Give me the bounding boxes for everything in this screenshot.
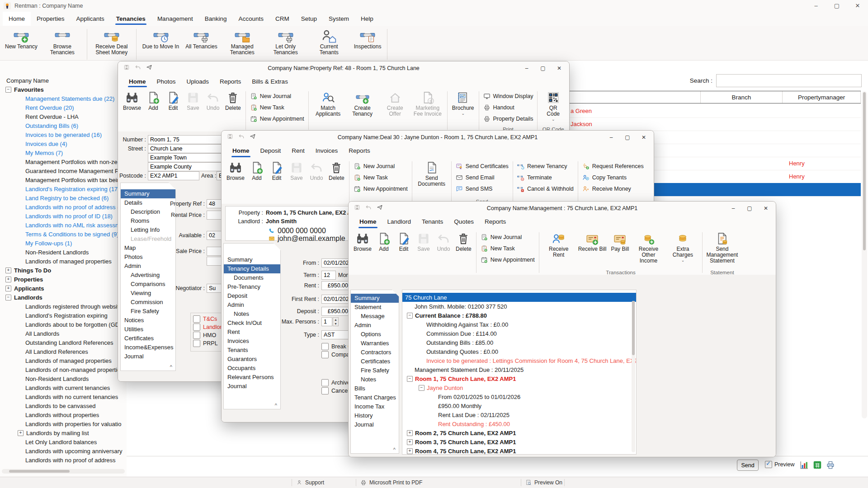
- collapse-icon[interactable]: −: [419, 385, 425, 391]
- receive-deal-sheet-money-button[interactable]: Receive Deal Sheet Money: [90, 27, 133, 56]
- all-tenancies-button[interactable]: All Tenancies: [182, 27, 221, 51]
- nav-item-rent[interactable]: Rent: [224, 328, 280, 337]
- nav-item-relevant-persons[interactable]: Relevant Persons: [224, 373, 280, 382]
- add-button[interactable]: Add: [247, 160, 267, 181]
- add-button[interactable]: Add: [374, 230, 394, 252]
- sidebar-item-terms-conditions-to-be-signed-9[interactable]: Terms & Conditions to be signed (9): [0, 230, 127, 239]
- persons-stepper[interactable]: ▲▼: [333, 317, 339, 326]
- checkbox-box[interactable]: [193, 315, 200, 323]
- tree-row-invoice-to-be-generated-lettings-commiss[interactable]: Invoice to be generated : Lettings Commi…: [402, 356, 636, 365]
- scroll-up-icon[interactable]: ^: [170, 364, 172, 370]
- sidebar-item-rent-overdue-lha[interactable]: Rent Overdue - LHA: [0, 112, 127, 121]
- sidebar-item-landlords-about-to-be-forgotten-gdf[interactable]: Landlords about to be forgotten (GDF: [0, 320, 127, 329]
- save-button[interactable]: Save: [183, 89, 203, 111]
- sidebar-item-landlords-with-current-tenancies[interactable]: Landlords with current tenancies: [0, 383, 127, 392]
- save-button[interactable]: Save: [414, 230, 434, 252]
- rent-input[interactable]: [321, 281, 350, 290]
- nav-item-deposit[interactable]: Deposit: [224, 291, 280, 300]
- chart-button[interactable]: [799, 460, 809, 472]
- sidebar-item-land-registry-to-be-checked-6[interactable]: Land Registry to be checked (6): [0, 193, 127, 202]
- tree-row-rent-outstanding-450-00[interactable]: Rent Outstanding : £450.00: [402, 419, 636, 428]
- brochure-button[interactable]: Brochure⌄: [450, 89, 476, 115]
- max-persons-input[interactable]: [321, 317, 332, 326]
- browse-button[interactable]: Browse: [224, 160, 247, 181]
- tree-row-75-church-lane[interactable]: 75 Church Lane: [402, 293, 636, 302]
- window-display-button[interactable]: Window Display: [481, 90, 535, 102]
- sidebar-item-things-to-do[interactable]: +Things To Do: [0, 266, 127, 275]
- tab-photos[interactable]: Photos: [152, 75, 180, 89]
- nav-item-tenancy-details[interactable]: Tenancy Details: [224, 264, 280, 273]
- preview-checkbox[interactable]: Preview: [765, 461, 794, 468]
- delete-button[interactable]: Delete: [223, 89, 243, 111]
- edit-button[interactable]: Edit: [267, 160, 287, 181]
- sidebar-item-invoices-to-be-generated-16[interactable]: Invoices to be generated (16): [0, 130, 127, 139]
- nav-item-income-expenses[interactable]: Income&Expenses: [121, 343, 175, 352]
- tab-reports[interactable]: Reports: [344, 144, 374, 159]
- create-tenancy-button[interactable]: Create Tenancy: [345, 89, 380, 117]
- tree-row-management-statement-due-20-11-2025[interactable]: Management Statement Due : 20/11/2025: [402, 365, 636, 374]
- new-task-button[interactable]: New Task: [248, 102, 306, 113]
- checkbox-box[interactable]: [321, 343, 329, 350]
- checkbox-hmo[interactable]: HMO: [193, 332, 216, 339]
- undo-button[interactable]: Undo: [203, 89, 223, 111]
- minimize-button[interactable]: –: [603, 134, 619, 141]
- tab-invoices[interactable]: Invoices: [311, 144, 343, 159]
- first-rent-input[interactable]: [321, 295, 350, 304]
- sidebar-item-landlords-with-no-aml-risk-assessme[interactable]: Landlords with no AML risk assessme: [0, 221, 127, 230]
- pay-bill-button[interactable]: Pay Bill: [609, 230, 631, 252]
- scrollbar-thumb[interactable]: [9, 470, 70, 473]
- nav-item-journal[interactable]: Journal: [121, 352, 175, 361]
- table-vertical-scrollbar[interactable]: [862, 91, 867, 418]
- scroll-up-icon[interactable]: ^: [275, 403, 277, 408]
- column-header-propertymanager[interactable]: Propertymanager: [783, 91, 861, 103]
- maximize-button[interactable]: ▢: [619, 134, 636, 141]
- tree-row-950-00-monthly[interactable]: £950.00 Monthly: [402, 401, 636, 410]
- menu-item-accounts[interactable]: Accounts: [232, 12, 269, 26]
- nav-item-message[interactable]: Message: [351, 312, 399, 321]
- nav-item-certificates[interactable]: Certificates: [121, 334, 175, 343]
- nav-item-bills[interactable]: Bills: [351, 384, 399, 393]
- tab-reports[interactable]: Reports: [215, 75, 245, 89]
- receive-rent-button[interactable]: Receive Rent: [542, 230, 576, 258]
- tab-uploads[interactable]: Uploads: [182, 75, 214, 89]
- send-quick-button[interactable]: [250, 133, 256, 141]
- request-references-button[interactable]: Request References: [580, 160, 646, 172]
- extra-charges-button[interactable]: Extra Charges⌄: [665, 230, 700, 262]
- sidebar-item-my-follow-ups-1[interactable]: My Follow-ups (1): [0, 239, 127, 248]
- menu-item-crm[interactable]: CRM: [269, 12, 295, 26]
- nav-item-notes[interactable]: Notes: [224, 310, 280, 319]
- sidebar-item-landlords-to-be-canvassed[interactable]: Landlords to be canvassed: [0, 401, 127, 410]
- copy-tenants-button[interactable]: Copy Tenants: [580, 172, 646, 183]
- sidebar-item-landlords-registered-through-website[interactable]: Landlords registered through website: [0, 302, 127, 311]
- send-quick-button[interactable]: [146, 64, 152, 72]
- property-details-button[interactable]: Property Details: [481, 113, 535, 124]
- sidebar-item-management-statements-due-22[interactable]: Management Statements due (22): [0, 94, 127, 103]
- match-applicants-button[interactable]: Match Applicants: [311, 89, 345, 117]
- send-documents-button[interactable]: Send Documents: [415, 160, 449, 187]
- send-email-button[interactable]: Send Email: [454, 172, 510, 183]
- nav-item-fire-safety[interactable]: Fire Safety: [351, 366, 399, 375]
- nav-item-invoices[interactable]: Invoices: [224, 337, 280, 346]
- let-only-tenancies-button[interactable]: Let Only Tenancies: [264, 27, 307, 56]
- maximize-button[interactable]: ▢: [535, 65, 551, 71]
- checkbox-box[interactable]: [193, 332, 200, 339]
- minimize-button[interactable]: –: [806, 0, 826, 12]
- menu-item-banking[interactable]: Banking: [199, 12, 233, 26]
- tab-rent[interactable]: Rent: [287, 144, 309, 159]
- collapse-icon[interactable]: −: [5, 87, 11, 93]
- sidebar-item-landlords-with-upcoming-anniversary[interactable]: Landlords with upcoming anniversary: [0, 446, 127, 455]
- nav-item-warranties[interactable]: Warranties: [351, 339, 399, 348]
- checkbox-box[interactable]: [321, 387, 329, 394]
- receive-other-income-button[interactable]: Receive Other Income: [631, 230, 665, 264]
- tree-row-commission-due-114-00[interactable]: Commission Due : £114.00: [402, 329, 636, 338]
- nav-item-history[interactable]: History: [351, 411, 399, 420]
- tab-quotes[interactable]: Quotes: [449, 215, 478, 230]
- minimize-button[interactable]: –: [519, 65, 535, 71]
- scrollbar-thumb[interactable]: [863, 92, 866, 250]
- menu-item-system[interactable]: System: [323, 12, 355, 26]
- nav-item-admin[interactable]: Admin: [351, 321, 399, 330]
- nav-item-certificates[interactable]: Certificates: [351, 357, 399, 366]
- sidebar-item-my-memos-7[interactable]: My Memos (7): [0, 148, 127, 157]
- maximize-button[interactable]: ▢: [741, 205, 758, 211]
- print-button[interactable]: [826, 460, 835, 472]
